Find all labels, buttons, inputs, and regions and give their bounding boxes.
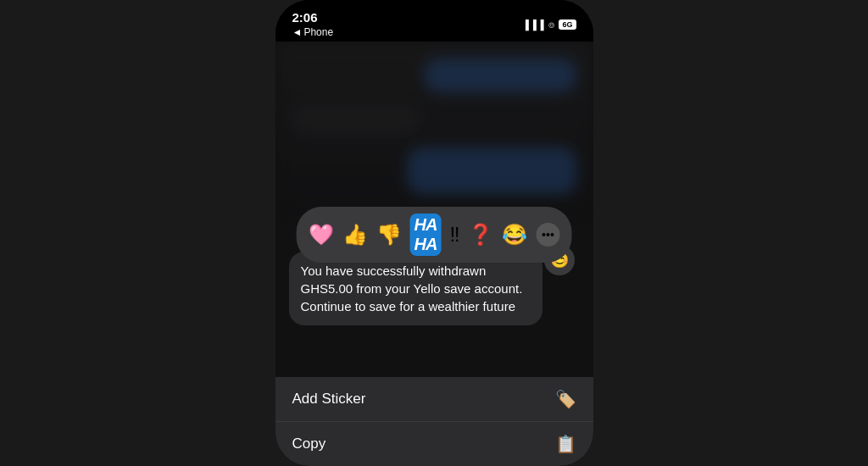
message-bubble: You have successfully withdrawn GHS5.00 … — [289, 252, 542, 325]
phone-frame: 2:06 ◄ Phone ▐▐▐ ⌾ 6G 🩷 👍 👎 HAHA ‼️ — [275, 0, 593, 466]
chat-background: 🩷 👍 👎 HAHA ‼️ ❓ 😂 ••• You have successfu… — [275, 42, 593, 466]
battery-badge: 6G — [559, 19, 576, 30]
status-time: 2:06 — [292, 10, 318, 25]
copy-label: Copy — [292, 435, 326, 452]
reaction-question[interactable]: ❓ — [468, 223, 493, 247]
add-sticker-label: Add Sticker — [292, 391, 366, 408]
reaction-thumbs-up[interactable]: 👍 — [342, 223, 368, 247]
back-label: Phone — [303, 26, 333, 38]
reaction-heart[interactable]: 🩷 — [309, 223, 334, 247]
reaction-haha[interactable]: HAHA — [410, 214, 442, 256]
add-sticker-button[interactable]: Add Sticker 🏷️ — [275, 377, 593, 422]
status-left: 2:06 ◄ Phone — [292, 10, 334, 38]
back-chevron-icon: ◄ — [292, 26, 303, 38]
wifi-icon: ⌾ — [548, 19, 554, 31]
sticker-icon: 🏷️ — [555, 389, 576, 409]
status-right: ▐▐▐ ⌾ 6G — [522, 19, 576, 31]
back-nav[interactable]: ◄ Phone — [292, 26, 334, 38]
reaction-exclamation[interactable]: ‼️ — [449, 223, 459, 247]
reaction-more[interactable]: ••• — [536, 223, 559, 247]
copy-button[interactable]: Copy 📋 — [275, 422, 593, 466]
signal-icon: ▐▐▐ — [522, 19, 544, 30]
message-text: You have successfully withdrawn GHS5.00 … — [301, 262, 531, 315]
copy-icon: 📋 — [555, 434, 576, 454]
reaction-thumbs-down[interactable]: 👎 — [376, 223, 402, 247]
status-bar: 2:06 ◄ Phone ▐▐▐ ⌾ 6G — [275, 0, 593, 42]
context-menu: Add Sticker 🏷️ Copy 📋 — [275, 377, 593, 466]
reaction-laugh[interactable]: 😂 — [502, 223, 527, 247]
reaction-bar: 🩷 👍 👎 HAHA ‼️ ❓ 😂 ••• — [297, 207, 572, 263]
